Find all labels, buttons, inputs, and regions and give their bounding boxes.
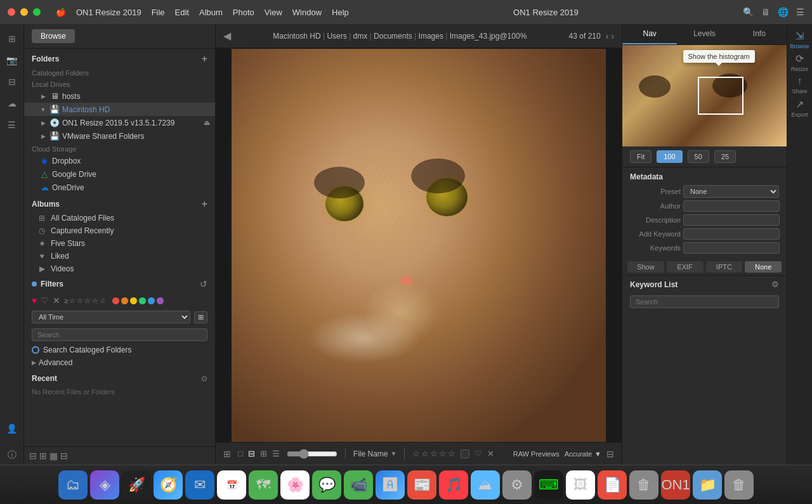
add-album-button[interactable]: +: [202, 199, 207, 209]
rail-icon-user[interactable]: 👤: [3, 419, 22, 438]
sidebar-item-hosts[interactable]: ▶ 🖥 hosts: [24, 89, 215, 103]
flag-icon[interactable]: 🌐: [778, 7, 789, 17]
add-folder-button[interactable]: +: [202, 54, 207, 64]
filter-advanced-row[interactable]: ▶ Advanced: [24, 356, 215, 369]
menu-view[interactable]: View: [265, 8, 282, 17]
meta-tab-exif[interactable]: EXIF: [667, 261, 704, 273]
nav-preview[interactable]: Show the histogram: [622, 45, 787, 146]
dock-files[interactable]: 📁: [693, 470, 722, 500]
dock-trash-alt[interactable]: 🗑: [629, 470, 658, 500]
eject-icon[interactable]: ⏏: [204, 119, 210, 127]
zoom-25-button[interactable]: 25: [714, 150, 736, 163]
menu-extra-icon[interactable]: ☰: [796, 7, 804, 17]
menu-window[interactable]: Window: [292, 8, 322, 17]
album-item-all-cataloged[interactable]: ⊞ All Cataloged Files: [24, 212, 215, 224]
panel-expand-icon[interactable]: ⊞: [223, 449, 231, 459]
album-item-captured-recently[interactable]: ◷ Captured Recently: [24, 224, 215, 237]
dock-finder[interactable]: 🗂: [58, 470, 88, 500]
path-segment-dmx[interactable]: dmx: [353, 32, 368, 41]
rail-resize-icon[interactable]: ⟳ Resize: [790, 52, 810, 72]
sidebar-item-macintosh-hd[interactable]: ▼ 💾 Macintosh HD: [24, 103, 215, 116]
menu-photo[interactable]: Photo: [233, 8, 254, 17]
filter-heart-filled-icon[interactable]: ♥: [32, 295, 37, 306]
rating-star-3[interactable]: ☆: [430, 449, 438, 458]
tab-nav[interactable]: Nav: [622, 24, 677, 44]
star-3[interactable]: ☆: [84, 297, 91, 305]
view-btn-list[interactable]: ☰: [270, 448, 282, 460]
filter-time-select[interactable]: All Time Today This Week This Month: [32, 311, 190, 323]
dock-siri[interactable]: ◈: [90, 470, 119, 500]
rating-star-1[interactable]: ☆: [412, 449, 420, 458]
tab-levels[interactable]: Levels: [677, 24, 731, 44]
filter-color-yellow[interactable]: [130, 297, 137, 304]
author-input[interactable]: [683, 200, 780, 212]
menu-file[interactable]: File: [152, 8, 165, 17]
dock-photos[interactable]: 🌸: [280, 470, 310, 500]
expand-panels-icon[interactable]: ⊟: [606, 449, 614, 459]
filter-heart-icon[interactable]: ♡: [41, 295, 49, 306]
rating-star-2[interactable]: ☆: [421, 449, 429, 458]
dock-launchpad[interactable]: 🚀: [122, 470, 151, 500]
sidebar-view-btn-1[interactable]: ⊟: [29, 451, 37, 461]
dock-acrobat[interactable]: 📄: [598, 470, 627, 500]
star-1[interactable]: ☆: [69, 297, 75, 305]
recent-sync-icon[interactable]: ⊙: [201, 374, 207, 383]
display-icon[interactable]: 🖥: [761, 7, 770, 17]
zoom-100-button[interactable]: 100: [657, 150, 682, 163]
rail-icon-layers[interactable]: ⊟: [3, 72, 22, 91]
path-segment-documents[interactable]: Documents: [374, 32, 412, 41]
view-btn-grid[interactable]: ⊞: [258, 448, 269, 460]
description-input[interactable]: [683, 214, 780, 226]
rail-share-icon[interactable]: ↑ Share: [790, 75, 810, 95]
path-nav-back-icon[interactable]: ◀: [223, 30, 231, 42]
dock-facetime[interactable]: 📹: [344, 470, 373, 500]
sidebar-item-onedrive[interactable]: ☁ OneDrive: [24, 181, 215, 194]
zoom-slider[interactable]: [287, 449, 337, 459]
close-button[interactable]: [8, 8, 15, 16]
dock-music[interactable]: 🎵: [439, 470, 468, 500]
spotlight-icon[interactable]: 🔍: [743, 7, 754, 17]
meta-tab-none[interactable]: None: [745, 261, 782, 273]
star-2[interactable]: ☆: [77, 297, 83, 305]
keyword-gear-icon[interactable]: ⚙: [771, 280, 779, 289]
rating-star-4[interactable]: ☆: [439, 449, 447, 458]
dock-maps[interactable]: 🗺: [249, 470, 278, 500]
rating-star-5[interactable]: ☆: [448, 449, 455, 458]
keywords-input[interactable]: [683, 242, 780, 254]
filter-grid-button[interactable]: ⊞: [194, 311, 207, 323]
star-4[interactable]: ☆: [92, 297, 98, 305]
accurate-dropdown[interactable]: Accurate ▼: [565, 450, 601, 458]
sidebar-view-btn-4[interactable]: ⊟: [60, 451, 68, 461]
dock-on1[interactable]: ON1: [661, 470, 690, 500]
meta-tab-iptc[interactable]: IPTC: [706, 261, 743, 273]
add-keyword-input[interactable]: [683, 228, 780, 240]
sidebar-item-on1-disk[interactable]: ▶ 💿 ON1 Resize 2019.5 v13.5.1.7239 ⏏: [24, 116, 215, 129]
dock-trash[interactable]: 🗑: [724, 470, 754, 500]
rail-icon-info[interactable]: ⓘ: [3, 446, 22, 465]
dock-messages[interactable]: 💬: [312, 470, 341, 500]
filter-color-blue[interactable]: [148, 297, 155, 304]
view-btn-single[interactable]: □: [236, 448, 245, 460]
filter-color-purple[interactable]: [157, 297, 164, 304]
filter-color-red[interactable]: [112, 297, 119, 304]
keyword-search-input[interactable]: [630, 295, 779, 308]
filename-dropdown-icon[interactable]: ▼: [391, 450, 397, 457]
filter-search-input[interactable]: [32, 328, 207, 341]
menu-album[interactable]: Album: [199, 8, 223, 17]
dock-preview[interactable]: 🖼: [566, 470, 595, 500]
rail-icon-camera[interactable]: 📷: [3, 51, 22, 70]
dock-systemprefs[interactable]: ⚙: [502, 470, 532, 500]
reject-icon[interactable]: ✕: [487, 449, 494, 458]
dock-news[interactable]: 📰: [407, 470, 436, 500]
path-prev-icon[interactable]: ‹: [606, 31, 609, 41]
filter-color-orange[interactable]: [121, 297, 128, 304]
dock-mail[interactable]: ✉: [185, 470, 214, 500]
rail-icon-list[interactable]: ☰: [3, 115, 22, 134]
path-segment-file[interactable]: Images_43.jpg@100%: [450, 32, 527, 41]
path-segment-users[interactable]: Users: [327, 32, 346, 41]
sidebar-item-vmware[interactable]: ▶ 💾 VMware Shared Folders: [24, 129, 215, 143]
rail-browse-icon[interactable]: ⇲ Browse: [790, 29, 810, 49]
meta-tab-show[interactable]: Show: [627, 261, 664, 273]
menu-help[interactable]: Help: [332, 8, 349, 17]
filters-reset-button[interactable]: ↺: [200, 279, 207, 289]
